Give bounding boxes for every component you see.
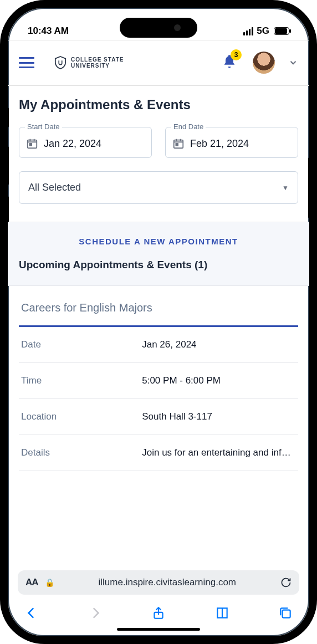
- detail-value: Join us for an entertaining and informat…: [142, 447, 296, 458]
- shield-icon: [54, 55, 67, 70]
- avatar[interactable]: [253, 52, 275, 74]
- lock-icon: 🔒: [45, 578, 54, 587]
- notification-badge: 3: [231, 49, 242, 60]
- section-header: Upcoming Appointments & Events (1): [8, 259, 309, 286]
- detail-row-time: Time 5:00 PM - 6:00 PM: [19, 363, 298, 399]
- end-date-value: Feb 21, 2024: [190, 138, 249, 150]
- svg-rect-5: [283, 610, 290, 618]
- filter-value: All Selected: [28, 182, 81, 193]
- text-size-button[interactable]: AA: [25, 577, 38, 588]
- page-title: My Appointments & Events: [19, 97, 298, 113]
- dropdown-icon: ▼: [282, 184, 289, 192]
- app-header: COLLEGE STATE UNIVERSITY 3: [8, 40, 309, 86]
- calendar-icon: [172, 137, 185, 150]
- network-label: 5G: [257, 25, 269, 37]
- reload-icon[interactable]: [280, 577, 292, 588]
- logo-line1: COLLEGE STATE: [71, 57, 124, 63]
- calendar-icon: [26, 137, 38, 150]
- svg-rect-3: [176, 144, 178, 146]
- share-button[interactable]: [151, 606, 166, 620]
- detail-label: Details: [21, 447, 142, 458]
- detail-label: Date: [21, 339, 142, 350]
- detail-row-details: Details Join us for an entertaining and …: [19, 435, 298, 471]
- end-date-field[interactable]: End Date Feb 21, 2024: [165, 127, 298, 158]
- url-text: illume.inspire.civitaslearning.com: [61, 577, 274, 588]
- status-time: 10:43 AM: [28, 25, 69, 37]
- menu-button[interactable]: [19, 57, 34, 68]
- bookmarks-button[interactable]: [215, 606, 229, 620]
- browser-toolbar: [8, 598, 309, 626]
- detail-value: Jan 26, 2024: [142, 339, 296, 350]
- detail-row-location: Location South Hall 3-117: [19, 399, 298, 435]
- signal-icon: [243, 27, 253, 35]
- home-indicator[interactable]: [117, 628, 200, 631]
- start-date-value: Jan 22, 2024: [44, 138, 101, 150]
- detail-value: 5:00 PM - 6:00 PM: [142, 375, 296, 386]
- logo-line2: UNIVERSITY: [71, 63, 124, 69]
- detail-label: Time: [21, 375, 142, 386]
- browser-address-bar[interactable]: AA 🔒 illume.inspire.civitaslearning.com: [8, 565, 309, 598]
- appointment-card: Careers for English Majors Date Jan 26, …: [19, 286, 298, 471]
- back-button[interactable]: [24, 606, 39, 620]
- svg-rect-1: [29, 144, 32, 146]
- detail-row-date: Date Jan 26, 2024: [19, 327, 298, 363]
- schedule-appointment-link[interactable]: SCHEDULE A NEW APPOINTMENT: [79, 237, 238, 246]
- detail-value: South Hall 3-117: [142, 411, 296, 422]
- forward-button: [88, 606, 103, 620]
- tabs-button[interactable]: [278, 606, 293, 620]
- filter-select[interactable]: All Selected ▼: [19, 171, 298, 204]
- end-date-label: End Date: [171, 122, 206, 131]
- start-date-label: Start Date: [25, 122, 62, 131]
- chevron-down-icon[interactable]: [288, 58, 298, 68]
- appointment-title[interactable]: Careers for English Majors: [19, 301, 298, 314]
- device-notch: [120, 18, 197, 38]
- logo[interactable]: COLLEGE STATE UNIVERSITY: [54, 55, 124, 70]
- start-date-field[interactable]: Start Date Jan 22, 2024: [19, 127, 152, 158]
- notifications-button[interactable]: 3: [222, 54, 237, 71]
- battery-icon: [274, 27, 289, 35]
- detail-label: Location: [21, 411, 142, 422]
